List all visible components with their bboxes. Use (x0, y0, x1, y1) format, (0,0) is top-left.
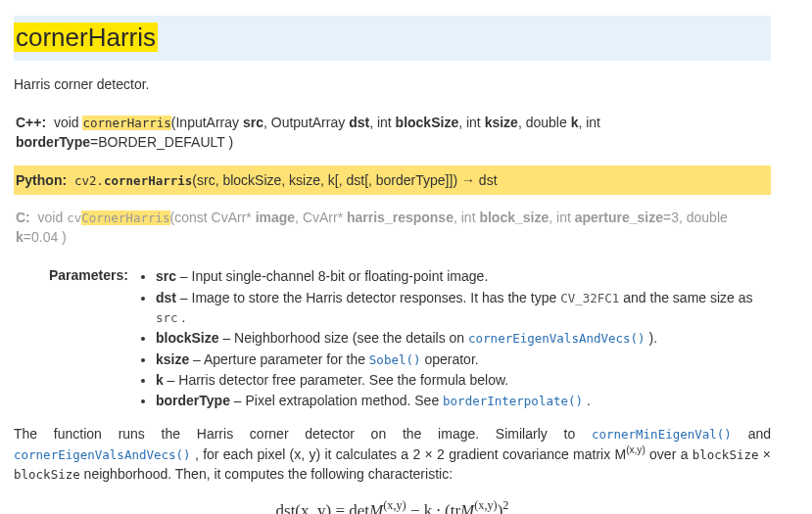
link-cornereigenvalsandvecs[interactable]: cornerEigenValsAndVecs() (468, 331, 645, 346)
link-cornereigenvalsandvecs-2[interactable]: cornerEigenValsAndVecs() (14, 447, 191, 462)
param-blocksize: blockSize – Neighborhood size (see the d… (156, 328, 771, 348)
param-dst: dst – Image to store the Harris detector… (156, 288, 771, 328)
signature-cpp: C++: void cornerHarris(InputArray src, O… (14, 108, 771, 158)
link-sobel[interactable]: Sobel() (369, 352, 421, 367)
page-title: cornerHarris (14, 16, 771, 61)
parameters-block: Parameters: src – Input single-channel 8… (49, 265, 771, 411)
formula: dst(x, y) = detM(x,y) − k · (trM(x,y))2 (14, 497, 771, 514)
brief-description: Harris corner detector. (14, 74, 771, 94)
signature-c: C: void cvCornerHarris(const CvArr* imag… (14, 203, 771, 253)
parameters-label: Parameters: (49, 265, 128, 285)
link-borderinterpolate[interactable]: borderInterpolate() (443, 394, 583, 408)
signature-python: Python: cv2.cornerHarris(src, blockSize,… (14, 165, 771, 195)
parameters-list: src – Input single-channel 8-bit or floa… (138, 265, 771, 411)
param-src: src – Input single-channel 8-bit or floa… (156, 266, 771, 286)
param-bordertype: borderType – Pixel extrapolation method.… (156, 391, 771, 410)
param-k: k – Harris detector free parameter. See … (156, 370, 771, 390)
param-ksize: ksize – Aperture parameter for the Sobel… (156, 350, 771, 369)
description-1: The function runs the Harris corner dete… (14, 424, 771, 485)
link-cornermineigenval[interactable]: cornerMinEigenVal() (592, 427, 732, 442)
